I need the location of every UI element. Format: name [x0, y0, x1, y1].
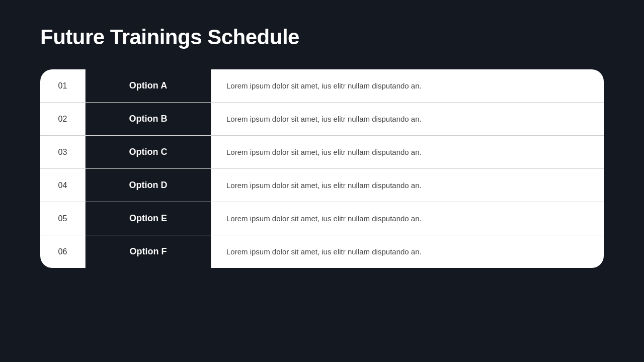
- row-number: 05: [40, 202, 86, 235]
- row-label: Option C: [86, 136, 211, 168]
- row-description: Lorem ipsum dolor sit amet, ius elitr nu…: [211, 69, 604, 102]
- row-description: Lorem ipsum dolor sit amet, ius elitr nu…: [211, 136, 604, 168]
- row-description: Lorem ipsum dolor sit amet, ius elitr nu…: [211, 235, 604, 268]
- row-label: Option D: [86, 169, 211, 202]
- row-label: Option E: [86, 202, 211, 235]
- page-title: Future Trainings Schedule: [40, 25, 604, 49]
- table-row: 05Option ELorem ipsum dolor sit amet, iu…: [40, 202, 604, 235]
- row-label: Option F: [86, 235, 211, 268]
- row-number: 01: [40, 69, 86, 102]
- row-description: Lorem ipsum dolor sit amet, ius elitr nu…: [211, 169, 604, 202]
- table-row: 02Option BLorem ipsum dolor sit amet, iu…: [40, 103, 604, 136]
- table-row: 06Option FLorem ipsum dolor sit amet, iu…: [40, 235, 604, 268]
- table-row: 03Option CLorem ipsum dolor sit amet, iu…: [40, 136, 604, 169]
- row-description: Lorem ipsum dolor sit amet, ius elitr nu…: [211, 202, 604, 235]
- row-label: Option A: [86, 69, 211, 102]
- row-number: 02: [40, 103, 86, 135]
- row-label: Option B: [86, 103, 211, 135]
- table-row: 01Option ALorem ipsum dolor sit amet, iu…: [40, 69, 604, 103]
- row-number: 03: [40, 136, 86, 168]
- row-number: 04: [40, 169, 86, 202]
- row-number: 06: [40, 235, 86, 268]
- table-row: 04Option DLorem ipsum dolor sit amet, iu…: [40, 169, 604, 202]
- schedule-card: 01Option ALorem ipsum dolor sit amet, iu…: [40, 69, 604, 268]
- row-description: Lorem ipsum dolor sit amet, ius elitr nu…: [211, 103, 604, 135]
